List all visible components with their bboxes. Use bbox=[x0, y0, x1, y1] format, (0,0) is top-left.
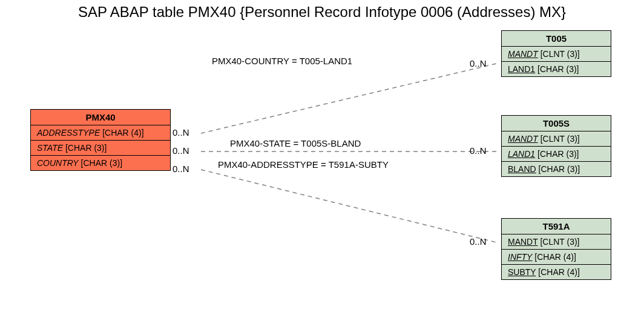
svg-line-2 bbox=[201, 170, 496, 242]
field-name: COUNTRY bbox=[37, 158, 79, 168]
field-name: ADDRESSTYPE bbox=[37, 128, 100, 138]
entity-pmx40-header: PMX40 bbox=[31, 110, 170, 125]
field-name: STATE bbox=[37, 143, 63, 153]
field-type: [CHAR (3)] bbox=[81, 158, 122, 168]
entity-pmx40-field-addresstype: ADDRESSTYPE [CHAR (4)] bbox=[31, 125, 170, 141]
entity-t005-header: T005 bbox=[502, 31, 611, 47]
entity-t591a-field-mandt: MANDT [CLNT (3)] bbox=[502, 234, 611, 250]
field-type: [CHAR (4)] bbox=[534, 252, 576, 262]
field-name: MANDT bbox=[508, 49, 538, 59]
field-type: [CHAR (3)] bbox=[537, 64, 579, 74]
entity-t005s-field-bland: BLAND [CHAR (3)] bbox=[502, 162, 611, 176]
field-name: MANDT bbox=[508, 237, 538, 247]
entity-t005s: T005S MANDT [CLNT (3)] LAND1 [CHAR (3)] … bbox=[501, 115, 611, 177]
relation-r3-right-card: 0..N bbox=[470, 236, 487, 247]
field-type: [CHAR (4)] bbox=[538, 267, 579, 277]
relation-r1-label: PMX40-COUNTRY = T005-LAND1 bbox=[212, 56, 352, 66]
field-name: LAND1 bbox=[508, 149, 535, 159]
entity-t005s-field-mandt: MANDT [CLNT (3)] bbox=[502, 131, 611, 147]
entity-t005: T005 MANDT [CLNT (3)] LAND1 [CHAR (3)] bbox=[501, 30, 611, 77]
field-type: [CLNT (3)] bbox=[540, 237, 579, 247]
entity-t005-field-land1: LAND1 [CHAR (3)] bbox=[502, 62, 611, 76]
entity-t005-field-mandt: MANDT [CLNT (3)] bbox=[502, 47, 611, 62]
entity-t591a-field-infty: INFTY [CHAR (4)] bbox=[502, 250, 611, 265]
entity-pmx40-field-country: COUNTRY [CHAR (3)] bbox=[31, 156, 170, 170]
field-type: [CHAR (3)] bbox=[65, 143, 107, 153]
relation-r2-right-card: 0..N bbox=[470, 145, 487, 156]
relation-r2-label: PMX40-STATE = T005S-BLAND bbox=[230, 138, 361, 148]
field-type: [CLNT (3)] bbox=[540, 134, 580, 144]
relation-r1-right-card: 0..N bbox=[470, 58, 487, 68]
svg-line-0 bbox=[201, 64, 496, 133]
entity-t591a-header: T591A bbox=[502, 219, 611, 234]
relation-r1-left-card: 0..N bbox=[172, 127, 189, 138]
field-name: SUBTY bbox=[508, 267, 536, 277]
relation-r3-label: PMX40-ADDRESSTYPE = T591A-SUBTY bbox=[218, 159, 389, 170]
field-name: MANDT bbox=[508, 134, 538, 144]
field-type: [CHAR (3)] bbox=[539, 164, 580, 174]
field-type: [CHAR (4)] bbox=[102, 128, 143, 138]
entity-pmx40: PMX40 ADDRESSTYPE [CHAR (4)] STATE [CHAR… bbox=[30, 109, 171, 171]
field-type: [CLNT (3)] bbox=[540, 49, 580, 59]
field-name: BLAND bbox=[508, 164, 536, 174]
relation-r2-left-card: 0..N bbox=[172, 145, 189, 156]
field-name: LAND1 bbox=[508, 64, 535, 74]
entity-t005s-field-land1: LAND1 [CHAR (3)] bbox=[502, 147, 611, 162]
entity-pmx40-field-state: STATE [CHAR (3)] bbox=[31, 141, 170, 156]
relation-r3-left-card: 0..N bbox=[172, 164, 189, 174]
entity-t591a: T591A MANDT [CLNT (3)] INFTY [CHAR (4)] … bbox=[501, 218, 611, 280]
entity-t591a-field-subty: SUBTY [CHAR (4)] bbox=[502, 265, 611, 279]
field-name: INFTY bbox=[508, 252, 532, 262]
page-title: SAP ABAP table PMX40 {Personnel Record I… bbox=[0, 4, 644, 21]
field-type: [CHAR (3)] bbox=[537, 149, 579, 159]
entity-t005s-header: T005S bbox=[502, 116, 611, 131]
